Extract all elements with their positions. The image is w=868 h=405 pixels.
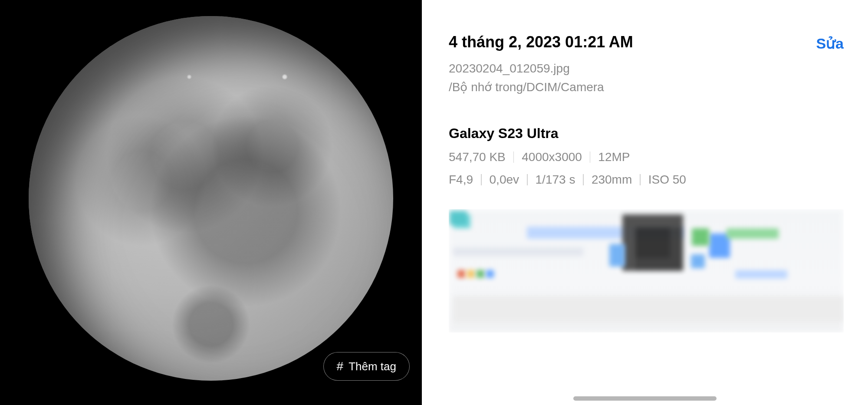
exif-focal: 230mm bbox=[592, 173, 632, 187]
meta-megapixels: 12MP bbox=[598, 150, 630, 164]
separator bbox=[481, 174, 482, 185]
device-name: Galaxy S23 Ultra bbox=[449, 125, 844, 142]
exif-shutter: 1/173 s bbox=[536, 173, 575, 187]
separator bbox=[583, 174, 584, 185]
exif-iso: ISO 50 bbox=[648, 173, 686, 187]
add-tag-label: Thêm tag bbox=[349, 360, 396, 373]
photo-filepath: /Bộ nhớ trong/DCIM/Camera bbox=[449, 80, 844, 94]
separator bbox=[513, 151, 514, 163]
photo-content bbox=[29, 16, 393, 381]
hash-icon: # bbox=[337, 359, 344, 373]
photo-filename: 20230204_012059.jpg bbox=[449, 62, 844, 76]
edit-button[interactable]: Sửa bbox=[816, 33, 844, 52]
photo-details-pane: 4 tháng 2, 2023 01:21 AM Sửa 20230204_01… bbox=[422, 0, 868, 405]
bottom-sheet-handle[interactable] bbox=[573, 396, 717, 401]
file-meta-row: 547,70 KB 4000x3000 12MP bbox=[449, 150, 844, 164]
meta-dimensions: 4000x3000 bbox=[522, 150, 582, 164]
meta-file-size: 547,70 KB bbox=[449, 150, 506, 164]
exif-ev: 0,0ev bbox=[490, 173, 519, 187]
exif-aperture: F4,9 bbox=[449, 173, 473, 187]
separator bbox=[527, 174, 528, 185]
photo-date-title: 4 tháng 2, 2023 01:21 AM bbox=[449, 33, 633, 51]
separator bbox=[590, 151, 591, 163]
location-map-preview[interactable] bbox=[449, 209, 844, 333]
add-tag-button[interactable]: # Thêm tag bbox=[323, 352, 410, 381]
exif-row: F4,9 0,0ev 1/173 s 230mm ISO 50 bbox=[449, 173, 844, 187]
photo-preview-pane[interactable]: # Thêm tag bbox=[0, 0, 422, 405]
separator bbox=[640, 174, 641, 185]
